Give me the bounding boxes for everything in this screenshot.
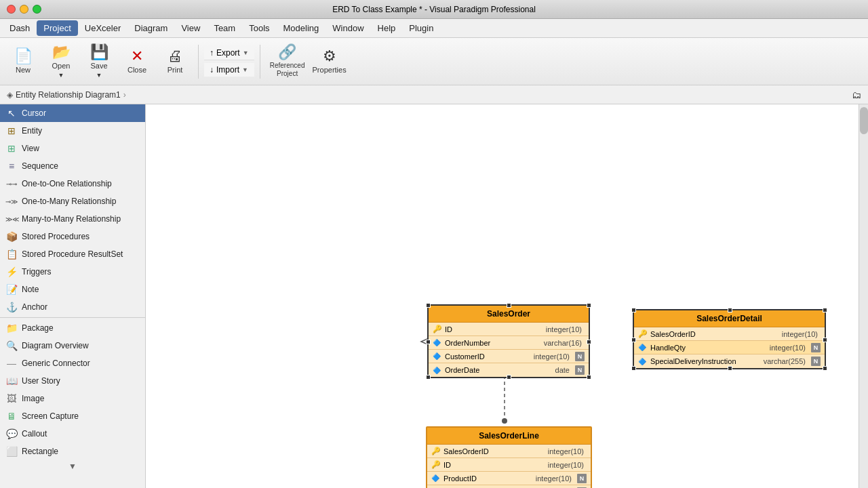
entity-row-so-id[interactable]: 🔑 ID integer(10) [429, 323, 589, 336]
canvas-scrollbar[interactable] [859, 104, 868, 488]
save-button[interactable]: 💾 Save ▼ [81, 41, 117, 82]
menu-help[interactable]: Help [371, 20, 403, 36]
sidebar-item-user-story[interactable]: 📖 User Story [0, 372, 145, 390]
sidebar-item-package[interactable]: 📁 Package [0, 319, 145, 337]
sidebar-item-stored-proc-result[interactable]: 📋 Stored Procedure ResultSet [0, 245, 145, 263]
menu-plugin[interactable]: Plugin [402, 20, 440, 36]
entity-row-so-customerid[interactable]: 🔷 CustomerID integer(10) N [429, 350, 589, 363]
save-icon: 💾 [90, 45, 108, 60]
entity-icon: ⊞ [5, 125, 18, 136]
key-icon-sol-2: 🔑 [431, 460, 441, 469]
maximize-window-button[interactable] [33, 5, 41, 14]
sidebar-item-triggers[interactable]: ⚡ Triggers [0, 263, 145, 281]
entity-sales-order[interactable]: SalesOrder 🔑 ID integer(10) 🔷 OrderNumbe… [427, 304, 590, 378]
toolbar-separator-1 [198, 45, 199, 79]
entity-row-sol-id[interactable]: 🔑 ID integer(10) [427, 458, 591, 472]
sidebar-item-entity[interactable]: ⊞ Entity [0, 122, 145, 140]
menu-tools[interactable]: Tools [242, 20, 276, 36]
one-to-one-icon: ⊸⊸ [5, 180, 18, 188]
sidebar-item-anchor[interactable]: ⚓ Anchor [0, 298, 145, 316]
handle-sod-bm [728, 366, 732, 371]
handle-sod-ml [631, 338, 636, 342]
menubar: Dash Project UeXceler Diagram View Team … [0, 19, 868, 38]
menu-project[interactable]: Project [37, 20, 77, 36]
menu-view[interactable]: View [174, 20, 207, 36]
menu-team[interactable]: Team [207, 20, 242, 36]
breadcrumb-label: Entity Relationship Diagram1 [16, 90, 121, 100]
window-title: ERD To Class Example * - Visual Paradigm… [332, 5, 536, 14]
save-dropdown-arrow: ▼ [96, 72, 102, 79]
sidebar-item-callout[interactable]: 💬 Callout [0, 425, 145, 443]
many-to-many-icon: ≫≪ [5, 216, 18, 223]
key-icon-sod: 🔑 [638, 329, 648, 338]
export-icon: ↑ [210, 48, 214, 58]
open-button[interactable]: 📂 Open ▼ [43, 41, 79, 82]
entity-row-sol-qty[interactable]: 🔷 Qty integer(10) N [427, 485, 591, 488]
sidebar-item-cursor[interactable]: ↖ Cursor [0, 104, 145, 122]
sidebar-item-view[interactable]: ⊞ View [0, 140, 145, 157]
close-icon: ✕ [131, 49, 143, 64]
titlebar: ERD To Class Example * - Visual Paradigm… [0, 0, 868, 19]
handle-mr [587, 340, 591, 344]
scrollbar-thumb[interactable] [860, 107, 868, 134]
sidebar-item-one-to-one[interactable]: ⊸⊸ One-to-One Relationship [0, 175, 145, 192]
breadcrumb-separator: › [123, 90, 126, 100]
breadcrumb-icon: ◈ [7, 90, 13, 100]
open-icon: 📂 [52, 45, 71, 60]
sidebar-item-generic-connector[interactable]: — Generic Connector [0, 354, 145, 372]
entity-row-sol-productid[interactable]: 🔷 ProductID integer(10) N [427, 472, 591, 485]
one-to-many-icon: ⊸≫ [5, 198, 18, 205]
sidebar-item-stored-procs[interactable]: 📦 Stored Procedures [0, 228, 145, 245]
properties-button[interactable]: ⚙ Properties [312, 41, 347, 82]
null-badge-so-orderdate: N [575, 365, 585, 375]
entity-row-sol-salesorderid[interactable]: 🔑 SalesOrderID integer(10) [427, 445, 591, 458]
user-story-icon: 📖 [5, 375, 18, 386]
entity-header-sol: SalesOrderLine [427, 428, 591, 445]
sidebar-item-note[interactable]: 📝 Note [0, 281, 145, 298]
close-button[interactable]: ✕ Close [119, 41, 155, 82]
sidebar-item-screen-capture[interactable]: 🖥 Screen Capture [0, 407, 145, 425]
sidebar-item-diagram-overview[interactable]: 🔍 Diagram Overview [0, 337, 145, 354]
sidebar-item-image[interactable]: 🖼 Image [0, 390, 145, 407]
null-badge-sod-handle: N [811, 343, 821, 352]
export-button[interactable]: ↑ Export ▼ [204, 46, 254, 60]
key-icon: 🔑 [433, 325, 442, 333]
handle-br [587, 375, 591, 380]
sidebar-item-many-to-many[interactable]: ≫≪ Many-to-Many Relationship [0, 210, 145, 228]
diagram-overview-icon: 🔍 [5, 340, 18, 351]
menu-uexceler[interactable]: UeXceler [78, 20, 127, 36]
sidebar-item-one-to-many[interactable]: ⊸≫ One-to-Many Relationship [0, 192, 145, 210]
print-button[interactable]: 🖨 Print [157, 41, 193, 82]
new-button[interactable]: 📄 New [5, 41, 41, 82]
handle-sod-tl [631, 308, 636, 312]
breadcrumb: ◈ Entity Relationship Diagram1 › 🗂 [0, 85, 868, 104]
menu-window[interactable]: Window [326, 20, 370, 36]
sidebar-item-sequence[interactable]: ≡ Sequence [0, 157, 145, 175]
menu-dash[interactable]: Dash [3, 20, 37, 36]
referenced-project-button[interactable]: 🔗 ReferencedProject [266, 41, 309, 82]
sidebar: ↖ Cursor ⊞ Entity ⊞ View ≡ Sequence ⊸⊸ O… [0, 104, 146, 488]
generic-connector-icon: — [5, 358, 18, 369]
entity-sales-order-line[interactable]: SalesOrderLine 🔑 SalesOrderID integer(10… [426, 426, 592, 488]
minimize-window-button[interactable] [20, 5, 28, 14]
handle-sod-tm [728, 308, 732, 312]
import-arrow-icon: ▼ [242, 66, 248, 73]
canvas[interactable]: SalesOrder 🔑 ID integer(10) 🔷 OrderNumbe… [146, 104, 868, 488]
sidebar-item-rectangle[interactable]: ⬜ Rectangle [0, 443, 145, 460]
entity-row-so-ordernumber[interactable]: 🔷 OrderNumber varchar(16) [429, 336, 589, 350]
entity-row-sod-id[interactable]: 🔑 SalesOrderID integer(10) [634, 327, 825, 341]
sidebar-scroll-down[interactable]: ▼ [0, 460, 145, 472]
entity-sales-order-detail[interactable]: SalesOrderDetail 🔑 SalesOrderID integer(… [633, 309, 826, 369]
export-arrow-icon: ▼ [243, 49, 249, 56]
window-controls [7, 5, 41, 14]
screen-capture-icon: 🖥 [5, 411, 18, 422]
menu-diagram[interactable]: Diagram [127, 20, 174, 36]
close-window-button[interactable] [7, 5, 16, 14]
entity-header-sod: SalesOrderDetail [634, 310, 825, 327]
import-button[interactable]: ↓ Import ▼ [204, 63, 254, 77]
null-badge-sod-sdi: N [811, 357, 821, 366]
open-dropdown-arrow: ▼ [58, 72, 64, 79]
import-icon: ↓ [210, 65, 214, 75]
menu-modeling[interactable]: Modeling [277, 20, 326, 36]
entity-row-sod-handleqty[interactable]: 🔷 HandleQty integer(10) N [634, 341, 825, 354]
